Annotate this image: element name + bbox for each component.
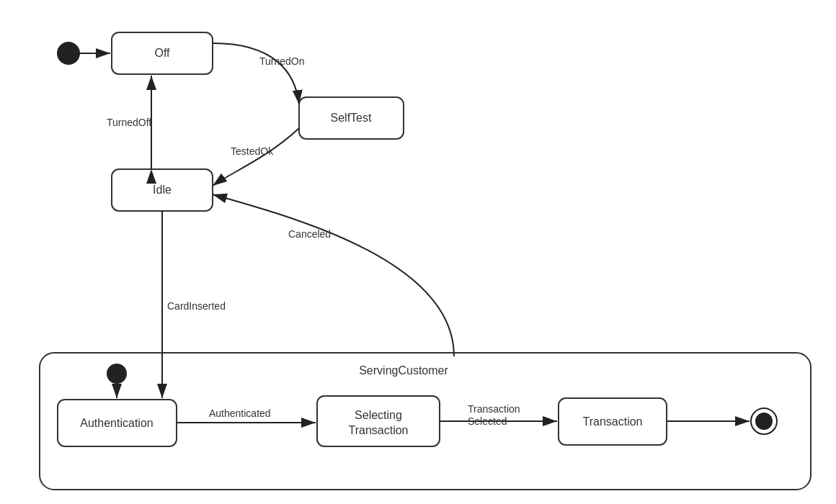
card-inserted-label: CardInserted bbox=[167, 300, 226, 312]
canceled-arrow bbox=[213, 194, 454, 356]
serving-customer-label: ServingCustomer bbox=[359, 364, 448, 377]
canceled-label: Canceled bbox=[288, 228, 331, 240]
final-state-inner bbox=[755, 413, 773, 430]
transaction-selected-label-line1: Transaction bbox=[468, 403, 520, 415]
transaction-selected-label-line2: Selected bbox=[468, 415, 507, 427]
turned-on-arrow bbox=[213, 43, 299, 104]
turned-on-label: TurnedOn bbox=[259, 55, 305, 67]
off-state-label: Off bbox=[154, 47, 170, 59]
idle-state-label: Idle bbox=[153, 184, 172, 196]
selftest-state-label: SelfTest bbox=[331, 112, 372, 124]
selecting-transaction-label-line2: Transaction bbox=[349, 424, 409, 436]
initial-state-serving bbox=[107, 364, 127, 384]
transaction-state-label: Transaction bbox=[583, 415, 643, 428]
turned-off-label: TurnedOff bbox=[107, 117, 151, 128]
selecting-transaction-state-box bbox=[317, 396, 440, 446]
tested-ok-arrow bbox=[213, 128, 299, 186]
authentication-state-label: Authentication bbox=[80, 417, 153, 429]
selecting-transaction-label-line1: Selecting bbox=[355, 409, 402, 421]
initial-state-top bbox=[57, 42, 80, 65]
tested-ok-label: TestedOk bbox=[231, 145, 274, 157]
authenticated-label: Authenticated bbox=[209, 408, 271, 419]
state-diagram: ServingCustomer Off SelfTest Idle Authen… bbox=[0, 0, 836, 504]
